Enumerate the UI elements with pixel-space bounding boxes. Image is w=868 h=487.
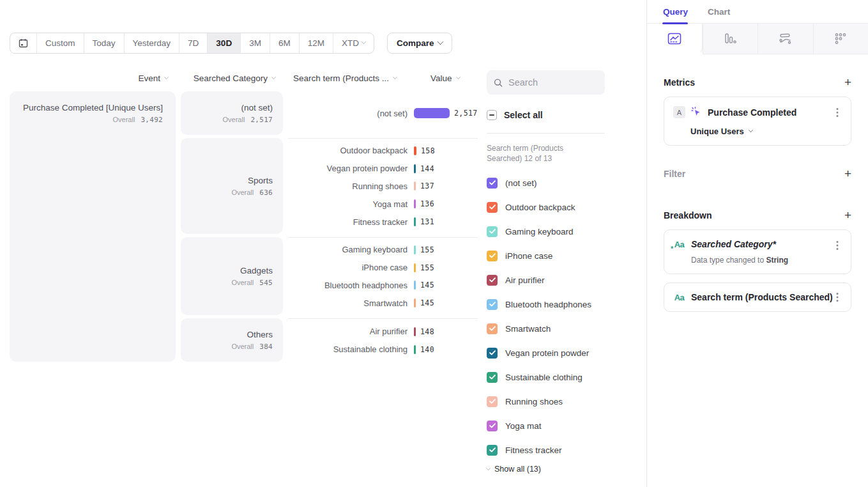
category-card[interactable]: GadgetsOverall545 bbox=[181, 237, 283, 315]
tab-retention[interactable] bbox=[813, 24, 868, 54]
metric-options-button[interactable] bbox=[832, 106, 842, 119]
compare-button[interactable]: Compare bbox=[387, 33, 453, 54]
legend-item[interactable]: Air purifier bbox=[487, 268, 646, 292]
legend-search-input[interactable] bbox=[508, 77, 598, 88]
calendar-button[interactable] bbox=[10, 33, 36, 53]
series-checkbox[interactable] bbox=[487, 202, 498, 213]
column-header-search-term[interactable]: Search term (Products ... bbox=[288, 73, 397, 83]
date-range-3m[interactable]: 3M bbox=[240, 33, 270, 53]
table-row[interactable]: iPhone case155 bbox=[288, 259, 478, 277]
term-value: 136 bbox=[420, 199, 434, 208]
date-range-6m[interactable]: 6M bbox=[270, 33, 299, 53]
table-row[interactable]: Smartwatch145 bbox=[288, 294, 478, 312]
value-bar-zone: 131 bbox=[414, 217, 478, 226]
legend-item[interactable]: (not set) bbox=[487, 171, 646, 195]
table-row[interactable]: Gaming keyboard155 bbox=[288, 241, 478, 259]
measure-selector[interactable]: Unique Users bbox=[690, 127, 842, 136]
metric-card[interactable]: A Purchase Completed Unique Users bbox=[664, 97, 851, 146]
date-range-xtd[interactable]: XTD bbox=[333, 33, 374, 53]
legend-item[interactable]: Fitness tracker bbox=[487, 438, 646, 462]
add-metric-button[interactable]: + bbox=[844, 76, 851, 88]
category-card[interactable]: OthersOverall384 bbox=[181, 318, 283, 362]
legend-item[interactable]: Yoga mat bbox=[487, 414, 646, 438]
breakdown-title: Searched Category* bbox=[691, 239, 776, 249]
add-breakdown-button[interactable]: + bbox=[844, 209, 851, 221]
table-row[interactable]: Vegan protein powder144 bbox=[288, 160, 478, 178]
breakdown-card-searched-category[interactable]: Aa * Searched Category* Data type change… bbox=[664, 229, 851, 274]
breakdown-options-button[interactable] bbox=[832, 291, 842, 304]
category-overall-row: Overall636 bbox=[191, 189, 273, 197]
chevron-down-icon bbox=[393, 75, 397, 79]
category-card[interactable]: SportsOverall636 bbox=[181, 138, 283, 234]
date-range-today[interactable]: Today bbox=[84, 33, 124, 53]
category-overall-value: 636 bbox=[259, 189, 273, 197]
legend-item[interactable]: Sustainable clothing bbox=[487, 365, 646, 389]
date-range-label: XTD bbox=[342, 38, 359, 48]
legend-search-box[interactable] bbox=[487, 70, 605, 95]
tab-query[interactable]: Query bbox=[663, 7, 688, 17]
series-checkbox[interactable] bbox=[487, 372, 498, 383]
table-row[interactable]: (not set)2,517 bbox=[288, 104, 478, 122]
series-checkbox[interactable] bbox=[487, 445, 498, 456]
series-checkbox[interactable] bbox=[487, 348, 498, 359]
show-all-label: Show all (13) bbox=[494, 465, 541, 474]
select-all-row[interactable]: Select all bbox=[487, 107, 646, 123]
select-all-checkbox[interactable] bbox=[487, 110, 497, 120]
breakdown-heading: Breakdown bbox=[664, 210, 712, 220]
legend-item[interactable]: Smartwatch bbox=[487, 316, 646, 341]
tab-insights[interactable] bbox=[647, 24, 703, 54]
date-range-custom[interactable]: Custom bbox=[36, 33, 84, 53]
show-all-button[interactable]: Show all (13) bbox=[487, 465, 646, 474]
legend-item[interactable]: iPhone case bbox=[487, 244, 646, 268]
term-value: 145 bbox=[420, 298, 434, 307]
term-label: Air purifier bbox=[288, 327, 414, 336]
table-row[interactable]: Bluetooth headphones145 bbox=[288, 277, 478, 295]
legend-item[interactable]: Running shoes bbox=[487, 389, 646, 414]
column-header-event[interactable]: Event bbox=[10, 73, 176, 83]
category-card[interactable]: (not set)Overall2,517 bbox=[181, 91, 283, 135]
series-checkbox[interactable] bbox=[487, 421, 498, 431]
tab-flows[interactable] bbox=[758, 24, 813, 54]
series-checkbox[interactable] bbox=[487, 275, 498, 286]
series-checkbox[interactable] bbox=[487, 323, 498, 334]
table-row[interactable]: Sustainable clothing140 bbox=[288, 341, 478, 359]
date-range-yesterday[interactable]: Yesterday bbox=[124, 33, 179, 53]
date-range-7d[interactable]: 7D bbox=[179, 33, 207, 53]
series-checkbox[interactable] bbox=[487, 299, 498, 310]
date-range-12m[interactable]: 12M bbox=[299, 33, 333, 53]
series-checkbox[interactable] bbox=[487, 251, 498, 261]
table-row[interactable]: Air purifier148 bbox=[288, 323, 478, 341]
event-card[interactable]: Purchase Completed [Unique Users] Overal… bbox=[10, 91, 176, 362]
date-range-label: Yesterday bbox=[133, 38, 171, 48]
category-overall-row: Overall545 bbox=[191, 279, 273, 287]
series-checkbox[interactable] bbox=[487, 226, 498, 237]
column-header-value[interactable]: Value bbox=[416, 73, 478, 83]
column-header-searched-category[interactable]: Searched Category bbox=[181, 73, 283, 83]
legend-item[interactable]: Vegan protein powder bbox=[487, 341, 646, 365]
value-bar-zone: 155 bbox=[414, 263, 478, 272]
calendar-icon bbox=[19, 38, 28, 48]
tab-funnels[interactable] bbox=[703, 24, 758, 54]
value-bar-zone: 148 bbox=[414, 327, 478, 336]
term-label: Gaming keyboard bbox=[288, 245, 414, 254]
add-filter-button[interactable]: + bbox=[844, 167, 851, 180]
chevron-down-icon bbox=[164, 75, 169, 79]
legend-item[interactable]: Gaming keyboard bbox=[487, 219, 646, 244]
breakdown-options-button[interactable] bbox=[832, 239, 842, 252]
date-range-label: Today bbox=[93, 38, 116, 48]
tab-chart[interactable]: Chart bbox=[708, 7, 730, 17]
term-value: 131 bbox=[420, 217, 434, 226]
category-overall-row: Overall2,517 bbox=[191, 116, 273, 124]
legend-item[interactable]: Outdoor backpack bbox=[487, 195, 646, 219]
date-range-30d[interactable]: 30D bbox=[207, 33, 240, 53]
legend-item[interactable]: Bluetooth headphones bbox=[487, 292, 646, 316]
event-overall-value: 3,492 bbox=[141, 116, 163, 124]
series-checkbox[interactable] bbox=[487, 178, 498, 189]
table-row[interactable]: Yoga mat136 bbox=[288, 195, 478, 213]
table-row[interactable]: Running shoes137 bbox=[288, 178, 478, 196]
table-row[interactable]: Outdoor backpack158 bbox=[288, 142, 478, 160]
series-checkbox[interactable] bbox=[487, 396, 498, 407]
category-overall-value: 2,517 bbox=[250, 116, 273, 124]
table-row[interactable]: Fitness tracker131 bbox=[288, 213, 478, 231]
breakdown-card-search-term[interactable]: Aa Search term (Products Searched) bbox=[664, 282, 851, 312]
